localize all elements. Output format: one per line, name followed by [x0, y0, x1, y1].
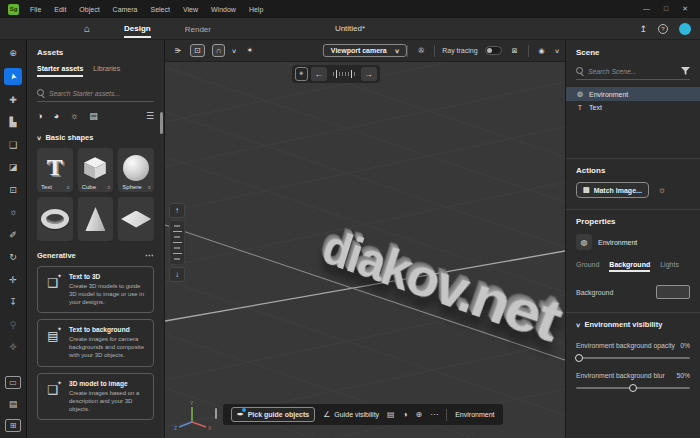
prev-camera-button[interactable]: ← — [311, 67, 327, 81]
tool-cube-icon[interactable]: ❑ — [4, 137, 22, 152]
blur-slider[interactable] — [576, 387, 690, 389]
background-image-icon[interactable]: ▤ — [387, 410, 395, 419]
shape-cone-card[interactable] — [78, 197, 114, 241]
tool-translate-icon[interactable]: ✛ — [4, 272, 22, 287]
next-camera-button[interactable]: → — [361, 67, 377, 81]
text-to-background-card[interactable]: ▤✦ Text to background Create images for … — [37, 319, 154, 366]
tab-background[interactable]: Background — [609, 261, 650, 272]
eye-icon[interactable]: ◉ — [536, 47, 548, 55]
filter-lights-icon[interactable]: ☼ — [70, 111, 78, 121]
more-icon[interactable]: ⋯ — [145, 251, 154, 260]
tab-libraries[interactable]: Libraries — [93, 65, 120, 77]
filter-icon[interactable] — [681, 67, 690, 76]
node-link-icon[interactable]: ⋔ — [173, 45, 182, 57]
close-button[interactable]: ✕ — [682, 5, 688, 13]
axis-gizmo[interactable]: Y X Z — [173, 400, 213, 432]
shape-settings-icon[interactable]: ≡ — [107, 184, 110, 190]
shape-plane-card[interactable] — [118, 197, 154, 241]
tool-dock-icon[interactable]: ▤ — [4, 397, 22, 412]
tool-extrude-icon[interactable]: ◪ — [4, 160, 22, 175]
home-icon[interactable]: ⌂ — [84, 23, 90, 34]
generative-header[interactable]: Generative ⋯ — [37, 251, 154, 260]
camera-alt-icon[interactable]: ✇ — [415, 47, 427, 55]
guide-visibility-button[interactable]: ∠ Guide visibility — [323, 410, 379, 419]
tab-ground[interactable]: Ground — [576, 261, 599, 272]
scene-item-text[interactable]: T Text — [566, 101, 700, 114]
basic-shapes-header[interactable]: ∨ Basic shapes — [37, 133, 154, 142]
text-to-3d-card[interactable]: ❑✦ Text to 3D Create 3D models to guide … — [37, 266, 154, 313]
shape-sphere-card[interactable]: Sphere ≡ — [118, 148, 154, 192]
tool-add-icon[interactable]: ⊕ — [4, 45, 22, 60]
share-icon[interactable]: ↥ — [639, 24, 647, 34]
dolly-down-button[interactable]: ↓ — [169, 267, 185, 282]
tool-select-icon[interactable]: ➤ — [4, 68, 22, 85]
background-color-swatch[interactable] — [656, 285, 690, 299]
dolly-slider[interactable] — [169, 220, 185, 265]
viewport[interactable]: ⋔ ⊡ ∩ ∨ ✶ Viewport camera ∨ ⌖ ↷ ✇ Ray tr… — [165, 40, 565, 438]
avatar[interactable] — [679, 23, 691, 35]
bottom-bar-handle[interactable] — [215, 408, 217, 419]
scene-search-input[interactable] — [588, 68, 677, 75]
menu-select[interactable]: Select — [148, 5, 171, 14]
snapping-button[interactable]: ∩ — [212, 44, 226, 57]
light-icon[interactable]: ☼ — [658, 185, 666, 195]
tool-frame-icon[interactable]: ▭ — [5, 376, 21, 389]
camera-ruler[interactable] — [330, 70, 358, 78]
menu-help[interactable]: Help — [247, 5, 265, 14]
menu-edit[interactable]: Edit — [52, 5, 68, 14]
tab-starter-assets[interactable]: Starter assets — [37, 65, 83, 77]
environment-label[interactable]: Environment — [455, 411, 494, 418]
add-environment-icon[interactable]: ⊕ — [416, 410, 423, 419]
shape-settings-icon[interactable]: ≡ — [148, 184, 151, 190]
tool-wand-icon[interactable]: ✐ — [4, 227, 22, 242]
denoise-icon[interactable]: ⊠ — [509, 47, 521, 55]
match-image-button[interactable]: ▤ Match Image... — [576, 182, 649, 198]
frame-fit-button[interactable]: ⊡ — [190, 44, 205, 57]
help-icon[interactable]: ? — [658, 24, 668, 34]
tool-move-icon[interactable]: ✚ — [4, 92, 22, 107]
tab-render[interactable]: Render — [185, 21, 211, 37]
tool-scale-icon[interactable]: ▙ — [4, 115, 22, 130]
shape-text-card[interactable]: T Text ≡ — [37, 148, 73, 192]
shape-cube-card[interactable]: Cube ≡ — [78, 148, 114, 192]
tool-zoom-icon[interactable]: ⚲ — [4, 317, 22, 332]
maximize-button[interactable]: □ — [664, 5, 668, 13]
tool-pan-icon[interactable]: ✥ — [4, 340, 22, 355]
visibility-chevron-icon[interactable]: ∨ — [554, 47, 560, 54]
environment-visibility-header[interactable]: ∨ Environment visibility — [576, 320, 690, 329]
menu-file[interactable]: File — [28, 5, 43, 14]
filter-materials-icon[interactable]: ◕ — [53, 111, 58, 121]
tool-elevate-icon[interactable]: ↧ — [4, 295, 22, 310]
shape-torus-card[interactable] — [37, 197, 73, 241]
menu-window[interactable]: Window — [209, 5, 238, 14]
tab-lights[interactable]: Lights — [660, 261, 679, 272]
model-to-image-card[interactable]: ❑✦ 3D model to image Create images based… — [37, 373, 154, 420]
opacity-slider[interactable] — [576, 357, 690, 359]
tool-light-icon[interactable]: ☼ — [4, 205, 22, 220]
guides-star-icon[interactable]: ✶ — [244, 46, 256, 55]
camera-bookmark-icon[interactable]: ⌖ — [295, 67, 308, 81]
dolly-up-button[interactable]: ↑ — [169, 203, 185, 218]
tool-render-icon[interactable]: ⊞ — [5, 419, 21, 432]
pick-guide-objects-button[interactable]: ✒ Pick guide objects — [231, 407, 315, 422]
menu-object[interactable]: Object — [77, 5, 101, 14]
snap-chevron-icon[interactable]: ∨ — [232, 47, 238, 54]
blur-slider-thumb[interactable] — [629, 384, 637, 392]
menu-camera[interactable]: Camera — [111, 5, 140, 14]
scene-item-environment[interactable]: ◍ Environment — [566, 87, 700, 101]
assets-scrollbar[interactable] — [160, 112, 163, 134]
tool-rotate-icon[interactable]: ↻ — [4, 250, 22, 265]
tab-design[interactable]: Design — [124, 20, 151, 38]
tool-region-icon[interactable]: ⊡ — [4, 182, 22, 197]
list-view-icon[interactable]: ☰ — [146, 111, 154, 121]
filter-models-icon[interactable]: ◑ — [37, 111, 42, 121]
assets-search-input[interactable] — [49, 90, 154, 97]
shape-settings-icon[interactable]: ≡ — [67, 184, 70, 190]
minimize-button[interactable]: — — [643, 5, 650, 13]
contrast-icon[interactable]: ◑ — [403, 410, 408, 419]
opacity-slider-thumb[interactable] — [575, 354, 583, 362]
viewport-camera-dropdown[interactable]: Viewport camera ∨ — [323, 44, 407, 57]
more-icon[interactable]: ⋯ — [430, 410, 438, 419]
menu-view[interactable]: View — [181, 5, 200, 14]
ray-tracing-toggle[interactable] — [485, 46, 502, 55]
